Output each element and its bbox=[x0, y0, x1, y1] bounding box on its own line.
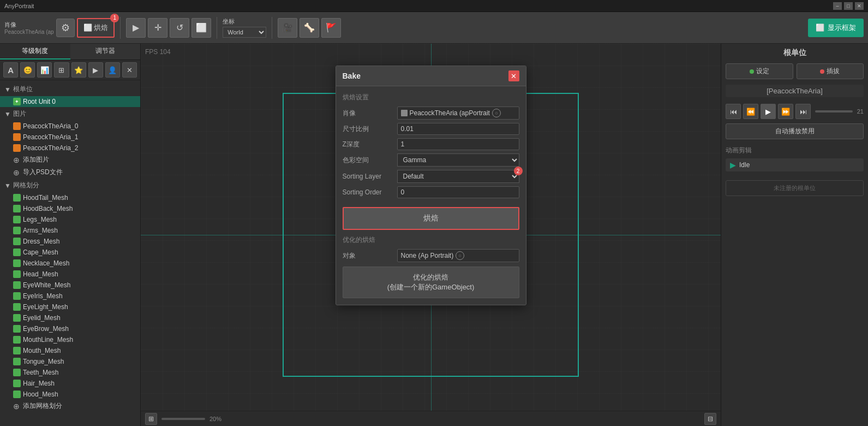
tree-item-cape[interactable]: Cape_Mesh bbox=[0, 247, 140, 258]
anim-clip-idle[interactable]: ▶ Idle bbox=[726, 158, 864, 171]
select-tool-button[interactable]: ▶ bbox=[126, 18, 146, 38]
right-panel: 根单位 设定 插拔 [PeacockTheAria] ⏮ ⏪ ▶ ⏩ ⏭ 21 … bbox=[721, 44, 868, 426]
tab-setup[interactable]: 设定 bbox=[726, 63, 793, 79]
camera-button[interactable]: 🎥 bbox=[278, 18, 297, 38]
tree-item-import-psd[interactable]: ⊕ 导入PSD文件 bbox=[0, 166, 140, 179]
icon-x-button[interactable]: ✕ bbox=[122, 62, 137, 78]
section-mesh[interactable]: ▼ 网格划分 bbox=[0, 179, 140, 192]
play-skip-end-button[interactable]: ⏭ bbox=[795, 104, 811, 119]
object-select-button[interactable]: ○ bbox=[456, 251, 464, 260]
dialog-close-button[interactable]: ✕ bbox=[508, 70, 519, 81]
tree-item-tongue[interactable]: Tongue_Mesh bbox=[0, 356, 140, 367]
tree-item-img-2[interactable]: PeacockTheAria_2 bbox=[0, 143, 140, 153]
sorting-layer-label: Sorting Layer bbox=[343, 173, 397, 180]
sorting-layer-select[interactable]: Default bbox=[397, 170, 519, 183]
auto-play-button[interactable]: 自动播放禁用 bbox=[726, 123, 864, 139]
tree-item-eyelight[interactable]: EyeLight_Mesh bbox=[0, 301, 140, 312]
tree-item-legs[interactable]: Legs_Mesh bbox=[0, 214, 140, 225]
legs-icon bbox=[13, 216, 21, 223]
icon-A-button[interactable]: A bbox=[3, 62, 18, 78]
tab-adjuster[interactable]: 调节器 bbox=[70, 44, 141, 60]
section-root-unit[interactable]: ▼ 根单位 bbox=[0, 82, 140, 96]
zoom-slider[interactable] bbox=[161, 418, 205, 420]
play-skip-start-button[interactable]: ⏮ bbox=[726, 104, 741, 119]
tree-item-add-mesh[interactable]: ⊕ 添加网格划分 bbox=[0, 400, 140, 412]
opt-bake-section-title: 优化的烘焙 bbox=[343, 235, 519, 245]
tab-plugin[interactable]: 插拔 bbox=[797, 63, 864, 79]
scale-tool-button[interactable]: ⬜ bbox=[191, 18, 211, 38]
play-next-button[interactable]: ⏩ bbox=[778, 104, 793, 119]
eyebrow-name: EyeBrow_Mesh bbox=[23, 325, 69, 333]
sorting-order-input[interactable] bbox=[397, 186, 519, 198]
icon-person-button[interactable]: 👤 bbox=[105, 62, 120, 78]
coord-section: 坐标 World bbox=[223, 17, 266, 38]
tree-item-eyelid[interactable]: Eyelid_Mesh bbox=[0, 312, 140, 323]
hoodtail-icon bbox=[13, 194, 21, 202]
play-button[interactable]: ▶ bbox=[761, 104, 776, 119]
play-prev-button[interactable]: ⏪ bbox=[743, 104, 758, 119]
teeth-name: Teeth_Mesh bbox=[23, 369, 58, 376]
main-toolbar: 肖像 PeacockTheAria (ap ⚙ ⬜ 烘焙 1 ▶ ✛ ↺ ⬜ 坐… bbox=[0, 12, 868, 44]
play-progress-bar[interactable] bbox=[815, 110, 853, 113]
portrait-select-button[interactable]: ○ bbox=[492, 109, 501, 117]
tree-item-add-image[interactable]: ⊕ 添加图片 bbox=[0, 153, 140, 166]
minimize-button[interactable]: – bbox=[833, 2, 842, 10]
colorspace-field-label: 色彩空间 bbox=[343, 156, 397, 165]
icon-play-button[interactable]: ▶ bbox=[88, 62, 103, 78]
tree-item-hoodback[interactable]: HoodBack_Mesh bbox=[0, 203, 140, 214]
tree-item-mouth[interactable]: Mouth_Mesh bbox=[0, 345, 140, 356]
close-button[interactable]: ✕ bbox=[855, 2, 864, 10]
cape-icon bbox=[13, 248, 21, 256]
icon-grid-button[interactable]: ⊞ bbox=[54, 62, 69, 78]
display-icon: ⬜ bbox=[816, 23, 824, 32]
tree-item-eyebrow[interactable]: EyeBrow_Mesh bbox=[0, 323, 140, 334]
tree-item-arms[interactable]: Arms_Mesh bbox=[0, 225, 140, 236]
maximize-button[interactable]: □ bbox=[844, 2, 853, 10]
coord-dropdown[interactable]: World bbox=[223, 27, 266, 38]
tree-item-head[interactable]: Head_Mesh bbox=[0, 269, 140, 280]
unregistered-label: 未注册的根单位 bbox=[726, 180, 864, 196]
rotate-tool-button[interactable]: ↺ bbox=[170, 18, 189, 38]
tree-item-dress[interactable]: Dress_Mesh bbox=[0, 236, 140, 247]
bake-button[interactable]: ⬜ 烘焙 bbox=[77, 18, 115, 38]
sorting-order-row: Sorting Order bbox=[343, 186, 519, 198]
dialog-header: Bake ✕ bbox=[336, 66, 526, 86]
bake-execute-button[interactable]: 烘焙 bbox=[343, 207, 519, 230]
tree-item-img-0[interactable]: PeacockTheAria_0 bbox=[0, 121, 140, 132]
arms-name: Arms_Mesh bbox=[23, 227, 58, 234]
move-tool-button[interactable]: ✛ bbox=[148, 18, 167, 38]
section-images[interactable]: ▼ 图片 bbox=[0, 107, 140, 121]
icon-face-button[interactable]: 😊 bbox=[20, 62, 35, 78]
tab-hierarchy[interactable]: 等级制度 bbox=[0, 44, 70, 60]
tree-item-hoodtail[interactable]: HoodTail_Mesh bbox=[0, 192, 140, 203]
tree-item-teeth[interactable]: Teeth_Mesh bbox=[0, 367, 140, 378]
scale-field-input[interactable] bbox=[397, 123, 519, 135]
icon-chart-button[interactable]: 📊 bbox=[37, 62, 52, 78]
tree-item-hood[interactable]: Hood_Mesh bbox=[0, 389, 140, 400]
tree-item-mouthline[interactable]: MouthLine_Mesh bbox=[0, 334, 140, 345]
flag-button[interactable]: 🚩 bbox=[321, 18, 341, 38]
object-row: 对象 None (Ap Portrait) ○ bbox=[343, 249, 519, 262]
tree-item-eyewhite[interactable]: EyeWhite_Mesh bbox=[0, 280, 140, 291]
settings-button[interactable]: ⚙ bbox=[56, 19, 75, 37]
display-frame-button[interactable]: ⬜ 显示框架 bbox=[808, 19, 864, 37]
colorspace-select[interactable]: Gamma Linear bbox=[397, 153, 519, 167]
tree-item-hair[interactable]: Hair_Mesh bbox=[0, 378, 140, 389]
zoom-label: 20% bbox=[209, 416, 222, 422]
tree-item-necklace[interactable]: Necklace_Mesh bbox=[0, 258, 140, 269]
tree-item-eyeiris[interactable]: EyeIris_Mesh bbox=[0, 291, 140, 301]
icon-star-button[interactable]: ⭐ bbox=[71, 62, 86, 78]
zdepth-field-input[interactable] bbox=[397, 138, 519, 150]
sorting-layer-row: Sorting Layer Default 2 bbox=[343, 170, 519, 183]
object-field-label: 对象 bbox=[343, 251, 397, 261]
tree-item-root-unit-0[interactable]: ✦ Root Unit 0 bbox=[0, 96, 140, 107]
opt-bake-button[interactable]: 优化的烘焙 (创建一个新的GameObject) bbox=[343, 267, 519, 298]
bones-button[interactable]: 🦴 bbox=[300, 18, 319, 38]
img-2-icon bbox=[13, 144, 21, 152]
head-name: Head_Mesh bbox=[23, 270, 58, 278]
tree-item-img-1[interactable]: PeacockTheAria_1 bbox=[0, 132, 140, 143]
arms-icon bbox=[13, 227, 21, 234]
grid-toggle-button[interactable]: ⊟ bbox=[704, 413, 716, 425]
fit-button[interactable]: ⊞ bbox=[145, 413, 157, 425]
separator-2 bbox=[217, 17, 217, 39]
